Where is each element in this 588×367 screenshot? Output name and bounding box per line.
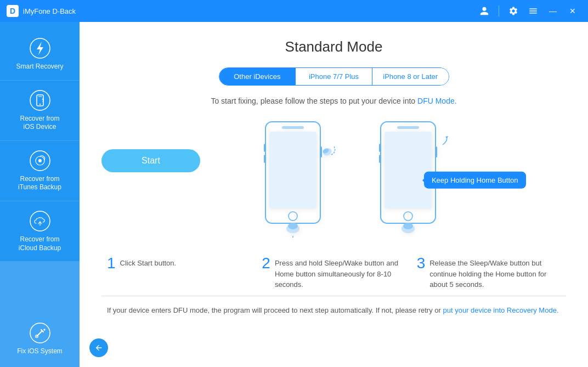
sidebar-label-recover-icloud: Recover from iCloud Backup xyxy=(19,235,61,252)
minimize-button[interactable]: — xyxy=(544,2,562,20)
back-button[interactable] xyxy=(89,338,108,357)
phone-1 xyxy=(246,116,340,242)
menu-button[interactable] xyxy=(524,2,542,20)
start-button[interactable]: Start xyxy=(101,149,200,172)
devices-illustration: Keep Holding Home Button xyxy=(200,116,566,242)
svg-point-31 xyxy=(403,223,413,229)
footer-text-main: If your device enters DFU mode, the prog… xyxy=(107,306,443,314)
phone-2: Keep Holding Home Button xyxy=(361,116,455,242)
svg-rect-29 xyxy=(379,155,381,163)
step-1-desc: Click Start button. xyxy=(120,256,177,269)
svg-rect-16 xyxy=(320,146,322,157)
svg-rect-17 xyxy=(264,144,266,152)
step-2: 2 Press and hold Sleep/Wake button and H… xyxy=(262,256,405,290)
ios-device-icon xyxy=(29,89,51,111)
svg-point-7 xyxy=(38,159,42,162)
main-layout: Smart Recovery Recover from iOS Device R… xyxy=(0,22,588,367)
phone-1-svg xyxy=(246,116,340,242)
settings-button[interactable] xyxy=(505,2,522,20)
svg-point-14 xyxy=(289,212,297,221)
tab-iphone7[interactable]: iPhone 7/7 Plus xyxy=(296,68,372,85)
sidebar-item-smart-recovery[interactable]: Smart Recovery xyxy=(0,29,80,81)
close-button[interactable]: ✕ xyxy=(564,2,581,20)
sidebar-item-fix-ios[interactable]: Fix iOS System xyxy=(0,262,80,367)
svg-rect-13 xyxy=(269,132,316,208)
instruction-text: To start fixing, please follow the steps… xyxy=(101,97,566,105)
svg-point-25 xyxy=(404,212,412,221)
svg-point-4 xyxy=(39,103,40,104)
svg-rect-28 xyxy=(379,144,381,152)
sidebar-label-recover-ios: Recover from iOS Device xyxy=(20,115,59,132)
app-logo: D xyxy=(7,5,19,17)
svg-marker-1 xyxy=(37,42,43,55)
content-area: Standard Mode Other iDevices iPhone 7/7 … xyxy=(80,22,588,367)
icloud-icon xyxy=(29,210,51,232)
back-arrow-icon xyxy=(94,343,103,352)
tooltip-keep-holding: Keep Holding Home Button xyxy=(424,172,526,189)
step-2-desc: Press and hold Sleep/Wake button and Hom… xyxy=(275,256,406,290)
sidebar-item-recover-ios[interactable]: Recover from iOS Device xyxy=(0,81,80,141)
svg-point-20 xyxy=(288,223,298,229)
steps-area: Start xyxy=(101,116,566,242)
account-button[interactable] xyxy=(476,2,493,20)
tab-other-idevices[interactable]: Other iDevices xyxy=(219,68,296,85)
footer-text: If your device enters DFU mode, the prog… xyxy=(101,305,566,317)
svg-rect-27 xyxy=(435,146,437,157)
page-title: Standard Mode xyxy=(101,38,566,55)
device-tabs: Other iDevices iPhone 7/7 Plus iPhone 8 … xyxy=(219,67,449,86)
steps-row: 1 Click Start button. 2 Press and hold S… xyxy=(101,256,566,290)
app-title: iMyFone D-Back xyxy=(23,7,476,15)
dfu-text: DFU Mode. xyxy=(417,97,457,105)
sidebar-label-fix-ios: Fix iOS System xyxy=(17,347,63,356)
separator xyxy=(499,5,499,16)
svg-rect-24 xyxy=(385,132,432,208)
itunes-icon xyxy=(29,150,51,172)
tab-iphone8[interactable]: iPhone 8 or Later xyxy=(372,68,449,85)
recovery-mode-link[interactable]: put your device into Recovery Mode. xyxy=(443,306,558,314)
start-area: Start xyxy=(101,116,200,172)
sidebar-label-recover-itunes: Recover from iTunes Backup xyxy=(18,175,61,192)
step-2-number: 2 xyxy=(262,256,270,271)
content-inner: Standard Mode Other iDevices iPhone 7/7 … xyxy=(80,22,588,367)
window-controls: — ✕ xyxy=(476,2,581,20)
svg-point-2 xyxy=(30,91,50,110)
step-1: 1 Click Start button. xyxy=(107,256,251,290)
sidebar-item-recover-itunes[interactable]: Recover from iTunes Backup xyxy=(0,141,80,201)
step-3: 3 Release the Sleep/Wake button but cont… xyxy=(417,256,561,290)
fix-ios-icon xyxy=(29,322,51,344)
svg-rect-18 xyxy=(264,155,266,163)
step-3-number: 3 xyxy=(417,256,426,271)
sidebar-item-recover-icloud[interactable]: Recover from iCloud Backup xyxy=(0,201,80,262)
sidebar: Smart Recovery Recover from iOS Device R… xyxy=(0,22,80,367)
divider xyxy=(101,296,566,296)
lightning-icon xyxy=(29,37,51,59)
svg-point-8 xyxy=(30,211,50,231)
title-bar: D iMyFone D-Back — ✕ xyxy=(0,0,588,22)
svg-rect-26 xyxy=(397,126,419,129)
step-3-desc: Release the Sleep/Wake button but contin… xyxy=(429,256,561,290)
sidebar-label-smart-recovery: Smart Recovery xyxy=(16,63,63,71)
svg-rect-15 xyxy=(282,126,304,129)
step-1-number: 1 xyxy=(107,256,116,271)
